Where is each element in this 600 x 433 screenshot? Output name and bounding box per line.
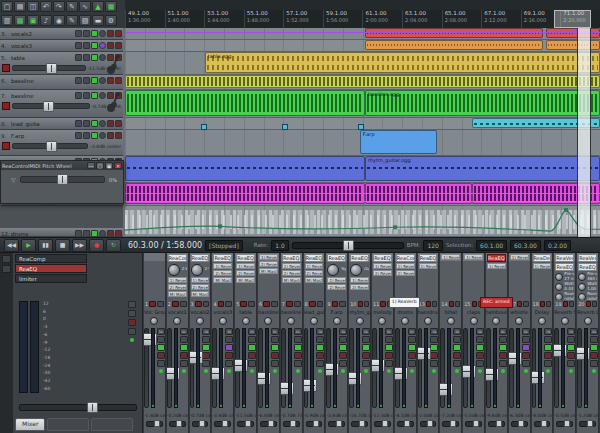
mixer-strip-rhytm_guitr[interactable]: ReaEQGuitar EQ1) Reverb S2) Reverb L10rh… bbox=[349, 253, 371, 433]
send-slot[interactable]: 1) Reverb S bbox=[464, 254, 483, 260]
width-slider[interactable] bbox=[488, 421, 505, 427]
width-handle[interactable] bbox=[154, 420, 160, 427]
solo-button[interactable] bbox=[271, 360, 279, 367]
width-handle[interactable] bbox=[587, 420, 593, 427]
width-handle[interactable] bbox=[359, 420, 365, 427]
send-slot[interactable]: M) Master/p bbox=[236, 277, 255, 283]
media-item[interactable] bbox=[125, 156, 365, 181]
fx-enable-button[interactable] bbox=[180, 344, 188, 351]
mixer-strip-vocals3[interactable]: ReaEQ1) Reverb S2) Reverb LM) Master/p4v… bbox=[212, 253, 234, 433]
io-button[interactable] bbox=[83, 92, 90, 99]
fx-enable-button[interactable] bbox=[157, 344, 165, 351]
ruler-cell[interactable]: 63.1.002:04.000 bbox=[402, 10, 442, 28]
record-monitor-button[interactable] bbox=[99, 77, 106, 84]
fx-slot[interactable]: ReaEQ bbox=[487, 254, 506, 262]
record-monitor-button[interactable] bbox=[99, 120, 106, 127]
fx-enable-button[interactable] bbox=[408, 344, 416, 351]
tcp-track-lead_guita[interactable]: 8.lead_guita bbox=[0, 118, 123, 130]
solo-button[interactable] bbox=[115, 77, 122, 84]
channel-name[interactable]: bassline bbox=[258, 308, 279, 316]
pause-button[interactable]: ▮▮ bbox=[38, 239, 53, 252]
close-icon[interactable]: ✕ bbox=[114, 162, 122, 169]
send-slot[interactable]: 2) Reverb L bbox=[168, 284, 187, 290]
ruler-cell[interactable]: 51.1.001:40.000 bbox=[165, 10, 205, 28]
record-arm-button[interactable] bbox=[286, 301, 293, 307]
volume-fader[interactable] bbox=[509, 328, 514, 408]
phase-button[interactable] bbox=[592, 301, 597, 307]
width-slider[interactable] bbox=[260, 421, 277, 427]
width-handle[interactable] bbox=[336, 420, 342, 427]
send-slot[interactable]: 1) Reverb S bbox=[350, 277, 369, 283]
width-handle[interactable] bbox=[268, 420, 274, 427]
mute-button[interactable] bbox=[248, 352, 256, 359]
io-button[interactable]: io bbox=[567, 328, 575, 335]
width-slider[interactable] bbox=[306, 421, 323, 427]
phase-button[interactable] bbox=[339, 301, 346, 307]
io-button[interactable]: io bbox=[362, 328, 370, 335]
pan-knob[interactable] bbox=[584, 317, 592, 325]
send-slot[interactable]: 1) Reverb S bbox=[487, 263, 506, 269]
volume-slider[interactable] bbox=[12, 143, 88, 149]
width-handle[interactable] bbox=[176, 420, 182, 427]
width-handle[interactable] bbox=[541, 420, 547, 427]
record-arm-button[interactable] bbox=[172, 301, 179, 307]
fx-slot[interactable]: ReaVerb bbox=[578, 254, 597, 262]
pan-knob[interactable] bbox=[150, 317, 158, 325]
record-arm-button[interactable] bbox=[380, 301, 385, 307]
solo-button[interactable] bbox=[316, 360, 324, 367]
tcp-track-vocals2[interactable]: 3.vocals2 bbox=[0, 28, 123, 40]
env-button[interactable] bbox=[522, 336, 530, 343]
pan-knob[interactable] bbox=[515, 317, 523, 325]
pitch-wheel-dropdown-icon[interactable]: ▽ bbox=[11, 176, 16, 183]
send-slot[interactable]: 1) Reverb S bbox=[533, 263, 552, 269]
fx-enable-button[interactable] bbox=[544, 344, 552, 351]
io-button[interactable]: io bbox=[202, 328, 210, 335]
master-fx-slot[interactable]: ReaEQ bbox=[15, 264, 87, 273]
record-arm-button[interactable] bbox=[2, 142, 10, 150]
channel-name[interactable]: F.arp bbox=[326, 308, 347, 316]
automation-envelope-line[interactable] bbox=[125, 32, 600, 33]
envelope-point[interactable] bbox=[282, 124, 288, 130]
record-monitor-button[interactable] bbox=[99, 30, 106, 37]
fx-slot[interactable]: ReaEQ bbox=[555, 263, 574, 271]
mute-button[interactable] bbox=[107, 230, 114, 237]
solo-button[interactable] bbox=[115, 120, 122, 127]
fx-param-knob[interactable] bbox=[555, 273, 563, 281]
fx-enable-button[interactable] bbox=[294, 344, 302, 351]
ruler-cell[interactable]: 61.1.002:00.000 bbox=[362, 10, 402, 28]
volume-slider[interactable] bbox=[12, 65, 86, 71]
fx-button[interactable] bbox=[91, 54, 98, 61]
fx-enable-button[interactable] bbox=[339, 344, 347, 351]
fx-slot[interactable]: ReaVerb bbox=[555, 254, 574, 262]
docker-icon[interactable]: ▥ bbox=[1, 15, 13, 26]
mute-button[interactable] bbox=[385, 352, 393, 359]
track-name[interactable]: bassline bbox=[11, 93, 75, 99]
send-slot[interactable]: 2) Reverb L bbox=[396, 270, 415, 276]
width-handle[interactable] bbox=[564, 420, 570, 427]
lead-guitar-lane[interactable] bbox=[125, 118, 600, 130]
record-monitor-button[interactable] bbox=[99, 132, 106, 139]
volume-handle[interactable] bbox=[46, 63, 57, 74]
io-button[interactable]: io bbox=[180, 328, 188, 335]
arrange-view[interactable]: tabla.oggbassline.oggF.arprhytm_guitar.o… bbox=[125, 28, 600, 237]
io-button[interactable]: io bbox=[476, 328, 484, 335]
volume-fader[interactable] bbox=[212, 328, 217, 408]
fx-param-knob[interactable] bbox=[578, 293, 586, 301]
solo-button[interactable] bbox=[544, 360, 552, 367]
channel-name[interactable]: bassdrum bbox=[418, 308, 439, 316]
solo-button[interactable] bbox=[339, 360, 347, 367]
transport-time-display[interactable]: 60.3.00 / 1:58.000 bbox=[128, 241, 202, 250]
env-button[interactable] bbox=[294, 336, 302, 343]
tcp-track-bassline[interactable]: 6.bassline bbox=[0, 75, 123, 90]
send-slot[interactable]: 2) Reverb L bbox=[305, 270, 324, 276]
stop-button[interactable]: ■ bbox=[55, 239, 70, 252]
solo-button[interactable] bbox=[567, 360, 575, 367]
io-button[interactable]: io bbox=[271, 328, 279, 335]
docker-handle-icon[interactable] bbox=[2, 255, 11, 263]
io-button[interactable]: io bbox=[430, 328, 438, 335]
mixer-strip-bassline[interactable]: 1) Reverb S2) Reverb LM) Master/p6bassli… bbox=[258, 253, 280, 433]
fx-enable-button[interactable] bbox=[271, 344, 279, 351]
send-slot[interactable]: 1) Reverb S bbox=[213, 263, 232, 269]
env-button[interactable] bbox=[430, 336, 438, 343]
io-button[interactable]: io bbox=[590, 328, 598, 335]
